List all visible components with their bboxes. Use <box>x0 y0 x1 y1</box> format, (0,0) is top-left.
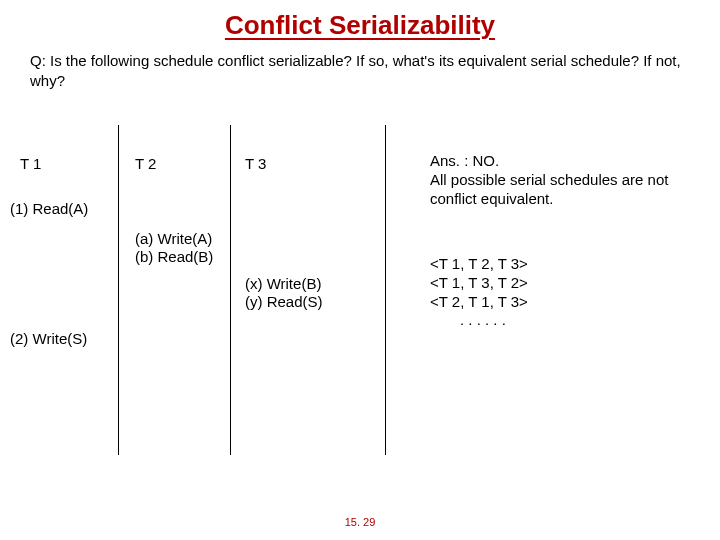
order-2: <T 1, T 3, T 2> <box>430 274 528 293</box>
answer-line2: All possible serial schedules are not co… <box>430 171 700 209</box>
divider-vline-1 <box>118 125 119 455</box>
slide-title: Conflict Serializability <box>0 0 720 41</box>
t2-op-read-b: (b) Read(B) <box>135 248 213 266</box>
answer-line1: Ans. : NO. <box>430 152 700 171</box>
divider-vline-2 <box>230 125 231 455</box>
t1-op-read-a: (1) Read(A) <box>10 200 88 218</box>
t2-op-write-a: (a) Write(A) <box>135 230 212 248</box>
col-header-t2: T 2 <box>135 155 156 172</box>
answer-block: Ans. : NO. All possible serial schedules… <box>430 152 700 208</box>
question-text: Q: Is the following schedule conflict se… <box>0 41 720 90</box>
order-3: <T 2, T 1, T 3> <box>430 293 528 312</box>
t3-op-read-s: (y) Read(S) <box>245 293 323 311</box>
col-header-t3: T 3 <box>245 155 266 172</box>
divider-vline-3 <box>385 125 386 455</box>
order-1: <T 1, T 2, T 3> <box>430 255 528 274</box>
order-ellipsis: . . . . . . <box>430 311 528 330</box>
col-header-t1: T 1 <box>20 155 41 172</box>
t1-op-write-s: (2) Write(S) <box>10 330 87 348</box>
t3-op-write-b: (x) Write(B) <box>245 275 321 293</box>
slide-number: 15. 29 <box>0 516 720 528</box>
serial-orders: <T 1, T 2, T 3> <T 1, T 3, T 2> <T 2, T … <box>430 255 528 330</box>
